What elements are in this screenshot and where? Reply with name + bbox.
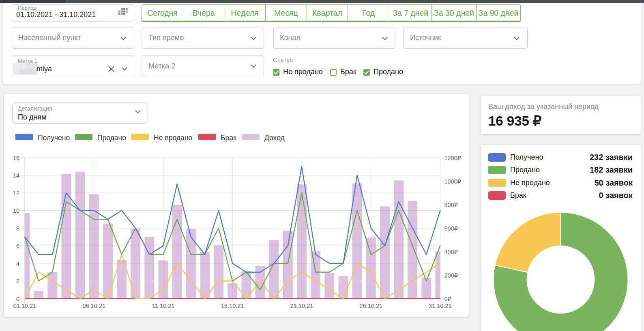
svg-text:400₽: 400₽ [444,249,458,255]
svg-text:10: 10 [13,207,19,214]
svg-text:06.10.21: 06.10.21 [83,303,105,309]
svg-text:16.10.21: 16.10.21 [221,303,244,309]
svg-text:0₽: 0₽ [444,296,451,302]
svg-text:31.10.21: 31.10.21 [429,303,451,309]
svg-text:800₽: 800₽ [444,202,458,208]
svg-text:6: 6 [16,243,19,249]
svg-text:2: 2 [16,278,19,284]
svg-text:11.10.21: 11.10.21 [152,303,174,309]
svg-text:0: 0 [16,296,19,302]
svg-text:26.10.21: 26.10.21 [360,303,382,309]
svg-text:600₽: 600₽ [444,225,458,232]
svg-text:4: 4 [16,261,19,267]
svg-text:01.10.21: 01.10.21 [13,303,36,309]
svg-text:8: 8 [16,225,19,232]
svg-text:200₽: 200₽ [444,272,458,279]
svg-text:21.10.21: 21.10.21 [290,303,313,309]
